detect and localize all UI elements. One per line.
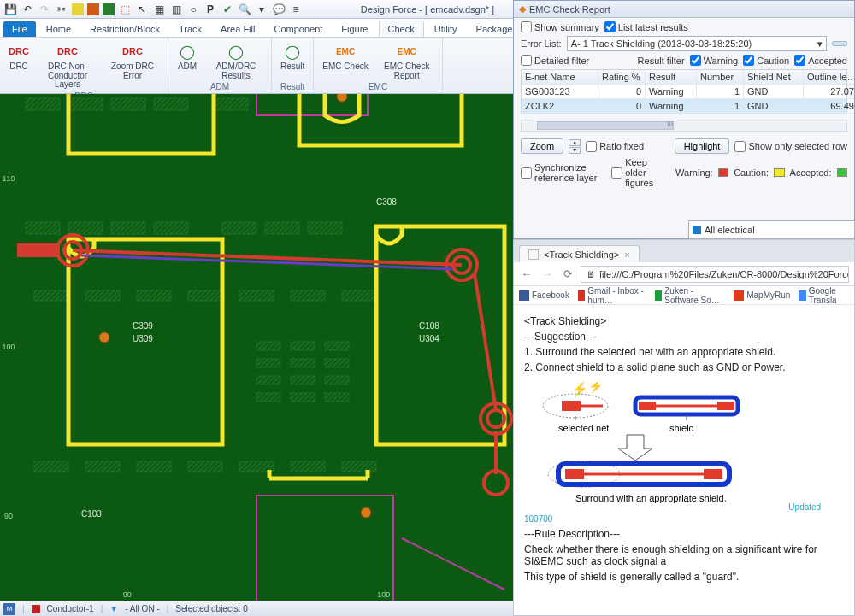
result-button[interactable]: ◯Result (277, 39, 308, 73)
tab-file[interactable]: File (3, 21, 36, 37)
svg-point-58 (99, 332, 109, 343)
tab-restriction[interactable]: Restriction/Block (81, 21, 168, 37)
ribbon-group-label: EMC (369, 82, 387, 91)
status-layer[interactable]: Conductor-1 (47, 604, 94, 613)
dropdown-icon[interactable]: ≡ (289, 3, 303, 16)
bookmark-translate[interactable]: Google Transla (799, 286, 849, 305)
keep-figures-checkbox[interactable]: Keep older figures (611, 157, 670, 188)
legend-warning-label: Warning: (675, 167, 713, 178)
ribbon-group-adm: ◯ADM ◯ADM/DRC Results ADM (168, 38, 272, 93)
svg-text:U309: U309 (133, 334, 153, 343)
mode-icon[interactable]: M (3, 603, 15, 615)
svg-rect-72 (639, 402, 656, 410)
tab-component[interactable]: Component (265, 21, 331, 37)
svg-rect-39 (256, 94, 368, 115)
svg-rect-11 (265, 222, 299, 234)
circle-icon[interactable]: ○ (186, 3, 200, 16)
undo-icon[interactable]: ↶ (21, 3, 34, 16)
browser-toolbar: ← → ⟳ 🗎 file:///C:/Program%20Files/Zuken… (514, 262, 854, 286)
tool-icon[interactable] (72, 3, 84, 15)
tool-icon[interactable]: ▥ (169, 3, 183, 16)
detailed-filter-checkbox[interactable]: Detailed filter (521, 55, 589, 66)
emc-check-button[interactable]: EMCEMC Check (319, 39, 371, 82)
filter-warning-checkbox[interactable]: Warning (690, 55, 739, 66)
svg-rect-38 (342, 461, 376, 472)
svg-rect-29 (256, 393, 280, 402)
svg-rect-37 (291, 461, 325, 472)
page-icon (528, 249, 539, 260)
tool-icon[interactable] (103, 3, 115, 15)
filter-accepted-checkbox[interactable]: Accepted (794, 55, 847, 66)
forward-icon[interactable]: → (540, 267, 555, 282)
sync-layer-checkbox[interactable]: Synchronize reference layer (521, 162, 606, 183)
drc-button[interactable]: DRCDRC (5, 39, 32, 91)
emc-check-report-panel: ◆ EMC Check Report Show summary List lat… (513, 0, 855, 239)
tab-check[interactable]: Check (379, 21, 424, 37)
ratio-fixed-checkbox[interactable]: Ratio fixed (586, 141, 644, 152)
search-icon[interactable]: 🔍 (238, 3, 251, 16)
down-icon[interactable]: ▾ (255, 3, 268, 16)
status-filter[interactable]: - All ON - (125, 604, 160, 613)
svg-rect-32 (34, 461, 68, 472)
reload-icon[interactable]: ⟳ (560, 267, 575, 282)
table-row[interactable]: ▸ZCLK20Warning1GND69.492 (522, 99, 846, 114)
drc-nonconductor-button[interactable]: DRCDRC Non- Conductor Layers (38, 39, 97, 91)
tool-icon[interactable]: ⬚ (118, 3, 132, 16)
bookmark-zuken[interactable]: Zuken - Software So… (655, 286, 725, 305)
pcb-canvas[interactable]: C308 C309 U309 C108 U304 C103 11010090 9… (0, 94, 513, 601)
show-summary-checkbox[interactable]: Show summary (521, 21, 599, 32)
adm-drc-results-button[interactable]: ◯ADM/DRC Results (206, 39, 266, 82)
zoom-drc-error-button[interactable]: DRCZoom DRC Error (103, 39, 162, 91)
doc-section: ---Suggestion--- (524, 331, 844, 343)
cut-icon[interactable]: ✂ (55, 3, 68, 16)
save-icon[interactable]: 💾 (3, 3, 17, 16)
zoom-stepper[interactable]: ▲▼ (569, 139, 581, 154)
svg-rect-8 (111, 222, 145, 234)
error-list-select[interactable]: A- 1 Track Shielding (2013-03-03-18:25:2… (567, 36, 827, 51)
result-filter-label: Result filter (638, 56, 685, 66)
tab-track[interactable]: Track (170, 21, 210, 37)
close-icon[interactable]: × (624, 249, 629, 260)
tab-utility[interactable]: Utility (426, 21, 466, 37)
svg-rect-13 (34, 290, 68, 301)
svg-rect-12 (308, 222, 342, 234)
tab-figure[interactable]: Figure (333, 21, 376, 37)
svg-line-51 (475, 273, 496, 410)
highlight-button[interactable]: Highlight (675, 138, 730, 154)
tab-areafill[interactable]: Area Fill (212, 21, 263, 37)
zoom-button[interactable]: Zoom (521, 138, 563, 154)
ribbon-group-emc: EMCEMC Check EMCEMC Check Report EMC (314, 38, 442, 93)
redo-icon[interactable]: ↷ (38, 3, 51, 16)
layer-swatch[interactable] (32, 605, 40, 613)
svg-point-59 (361, 507, 371, 518)
bookmark-mapmyrun[interactable]: MapMyRun (734, 290, 790, 301)
pointer-icon[interactable]: ↖ (135, 3, 149, 16)
bookmark-facebook[interactable]: Facebook (519, 290, 569, 301)
text-icon[interactable]: P (203, 3, 217, 16)
show-only-selected-checkbox[interactable]: Show only selected row (734, 141, 847, 152)
error-list-label: Error List: (521, 38, 562, 49)
svg-line-41 (402, 538, 504, 590)
browser-tab[interactable]: <Track Shielding> × (519, 245, 640, 262)
filter-icon[interactable]: ▼ (109, 604, 118, 613)
url-bar[interactable]: 🗎 file:///C:/Program%20Files/Zuken/CR-80… (581, 266, 849, 283)
table-row[interactable]: SG0031230Warning1GND27.078 (522, 85, 846, 99)
svg-rect-69 (562, 401, 581, 411)
doc-text: Check whether there is enough shielding … (524, 543, 844, 567)
svg-text:C308: C308 (376, 197, 397, 207)
tool-icon[interactable]: ▦ (152, 3, 166, 16)
check-icon[interactable]: ✔ (221, 3, 234, 16)
comment-icon[interactable]: 💬 (272, 3, 286, 16)
adm-button[interactable]: ◯ADM (174, 39, 201, 82)
ribbon-group-label: Result (280, 82, 304, 91)
search-button[interactable] (832, 41, 847, 46)
tab-home[interactable]: Home (38, 21, 80, 37)
list-latest-checkbox[interactable]: List latest results (604, 21, 688, 32)
tool-icon[interactable] (87, 3, 99, 15)
filter-caution-checkbox[interactable]: Caution (743, 55, 789, 66)
emc-check-report-button[interactable]: EMCEMC Check Report (377, 39, 437, 82)
scrollbar-horizontal[interactable]: III (521, 120, 847, 132)
bookmark-gmail[interactable]: Gmail - Inbox - hum… (578, 286, 646, 305)
back-icon[interactable]: ← (519, 267, 534, 282)
layer-dropdown[interactable]: All electrical (688, 220, 855, 239)
